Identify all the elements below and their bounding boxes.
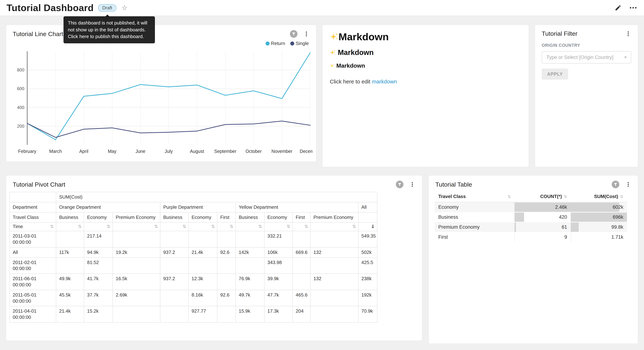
pivot-cell: 94.9k [84,247,113,258]
sort-icon[interactable]: ⇅ [352,224,356,229]
sort-icon[interactable]: ⇅ [287,224,290,229]
dashboard-header: Tutorial Dashboard Draft ☆ ••• [0,0,644,16]
pivot-cell [160,258,188,274]
sort-icon[interactable]: ⇅ [258,224,262,229]
pivot-cell: 132 [310,247,358,258]
pivot-group-header: Yellow Department [236,202,358,212]
markdown-h1: Markdown [330,31,521,42]
pivot-cell: 81.52 [84,258,113,274]
table-cell: First [435,232,514,242]
data-table: Travel Class⇅COUNT(*)⇅SUM(Cost)⇅Economy2… [435,191,627,242]
draft-badge[interactable]: Draft [98,4,116,12]
pivot-cell [160,306,188,322]
pivot-cell: 49.9k [56,274,84,290]
chart-legend: ReturnSingle [6,40,309,46]
pivot-col-header: Premium Economy [113,212,160,222]
pivot-cell: 927.77 [188,306,217,322]
more-menu-icon[interactable]: ••• [630,5,638,11]
pivot-col-header: First [217,212,236,222]
sort-icon[interactable]: ⇅ [211,224,215,229]
table-col-header[interactable]: COUNT(*)⇅ [514,191,571,202]
markdown-edit-link[interactable]: markdown [372,78,397,84]
pivot-row-dimension: Travel Class [10,212,56,222]
apply-button[interactable]: APPLY [542,68,568,80]
pivot-row: 2011-05-01 00:00:0045.5k37.7k2.69k8.16k9… [10,290,377,306]
table-card-header: Tutorial Table ⋮ [429,176,638,190]
filter-indicator-icon[interactable] [290,30,298,38]
filter-indicator-icon[interactable] [612,180,619,188]
cell-value: 1.71k [611,234,623,240]
sort-icon: ⇅ [564,194,567,199]
cell-value: 2.46k [555,204,567,210]
publish-tooltip: This dashboard is not published, it will… [64,16,155,43]
svg-text:April: April [79,149,88,154]
pivot-cell: 238k [358,274,377,290]
svg-text:400: 400 [17,105,24,110]
favorite-star-icon[interactable]: ☆ [122,4,127,12]
table-cell: 696k [571,212,627,222]
sort-icon: ⇅ [620,194,623,199]
pivot-cell: 343.98 [264,258,292,274]
pivot-cell: 425.5 [358,258,377,274]
table-cell: 1.71k [571,232,627,242]
table-cell: 9 [514,232,571,242]
sort-icon[interactable]: ⇅ [154,224,158,229]
svg-text:September: September [214,149,236,154]
pivot-cell [310,258,358,274]
legend-item-single[interactable]: Single [290,40,309,46]
line-chart[interactable]: 200400600800FebruaryMarchAprilMayJuneJul… [9,48,312,156]
pivot-subcol-row: Travel ClassBusinessEconomyPremium Econo… [10,212,377,222]
filter-card: Tutorial Filter ⋮ ORIGIN COUNTRY Type or… [535,25,638,167]
cell-value: First [438,234,448,240]
sort-icon[interactable]: ⇅ [230,224,233,229]
legend-dot [266,42,270,46]
kebab-menu-icon[interactable]: ⋮ [302,31,310,37]
pivot-card-title: Tutorial Pivot Chart [13,181,396,188]
table-cell: 61 [514,222,571,232]
markdown-h3-text: Markdown [336,62,365,69]
sort-icon[interactable]: ⇅ [182,224,186,229]
edit-pencil-icon[interactable] [614,4,622,11]
origin-country-select[interactable]: Type or Select [Origin Country] ▾ [542,51,631,64]
page-title: Tutorial Dashboard [6,2,94,13]
pivot-cell: 21.4k [56,306,84,322]
kebab-menu-icon[interactable]: ⋮ [624,181,632,188]
pivot-row: 2011-02-01 00:00:0081.52343.98425.5 [10,258,377,274]
table-card: Tutorial Table ⋮ Travel Class⇅COUNT(*)⇅S… [428,175,638,344]
pivot-cell [113,306,160,322]
sort-icon[interactable]: ⇅ [304,224,308,229]
cell-bar [571,202,619,212]
pivot-cell: 39.9k [264,274,292,290]
pivot-row-label: 2011-03-01 00:00:00 [10,231,56,247]
pivot-row-label: 2011-05-01 00:00:00 [10,290,56,306]
cell-value: Economy [438,204,459,210]
pivot-row-label: All [10,247,56,258]
pivot-cell [160,231,188,247]
pivot-cell [56,231,84,247]
sort-icon[interactable]: ⇅ [50,224,54,229]
legend-item-return[interactable]: Return [266,40,285,46]
table-row: First91.71k [435,232,627,242]
cell-bar [571,222,579,232]
sort-desc-icon[interactable]: ⇓ [371,224,375,230]
sort-icon[interactable]: ⇅ [78,224,82,229]
markdown-edit-prefix: Click here to edit [330,78,372,84]
table-col-header[interactable]: SUM(Cost)⇅ [571,191,627,202]
kebab-menu-icon[interactable]: ⋮ [624,31,632,37]
pivot-cell: 17.3k [264,306,292,322]
pivot-group-header: All [358,202,377,212]
svg-text:December: December [300,149,312,154]
sort-icon[interactable]: ⇅ [107,224,110,229]
pivot-row-label: 2011-02-01 00:00:00 [10,258,56,274]
filter-indicator-icon[interactable] [396,180,404,188]
table-cell: 602k [571,202,627,212]
table-cell: 99.8k [571,222,627,232]
pivot-col-header: Business [160,212,188,222]
pivot-group-header: Purple Department [160,202,236,212]
publish-tooltip-text: This dashboard is not published, it will… [68,20,147,39]
cell-bar [571,232,571,242]
kebab-menu-icon[interactable]: ⋮ [408,181,416,188]
data-table-container: Travel Class⇅COUNT(*)⇅SUM(Cost)⇅Economy2… [429,190,638,244]
sparkles-icon [330,64,334,68]
table-col-header[interactable]: Travel Class⇅ [435,191,514,202]
